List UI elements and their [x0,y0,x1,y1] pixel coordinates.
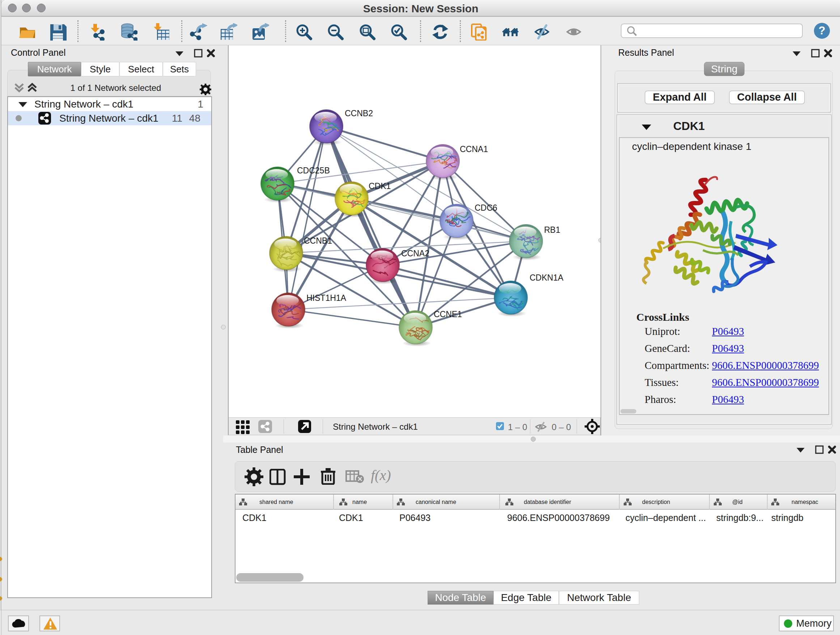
svg-text:CDKN1A: CDKN1A [530,273,564,282]
svg-text:?: ? [819,24,826,37]
svg-text:CDK1: CDK1 [369,181,391,191]
svg-text:RB1: RB1 [544,225,561,234]
svg-text:CCNB1: CCNB1 [304,236,332,245]
svg-text:CCNA2: CCNA2 [401,249,429,258]
svg-text:CCNA1: CCNA1 [460,144,488,154]
svg-text:CDC25B: CDC25B [297,166,330,175]
svg-text:HIST1H1A: HIST1H1A [306,293,347,302]
svg-text:CDC6: CDC6 [475,203,497,212]
svg-text:CCNB2: CCNB2 [345,109,373,118]
svg-text:CCNE1: CCNE1 [434,310,462,319]
